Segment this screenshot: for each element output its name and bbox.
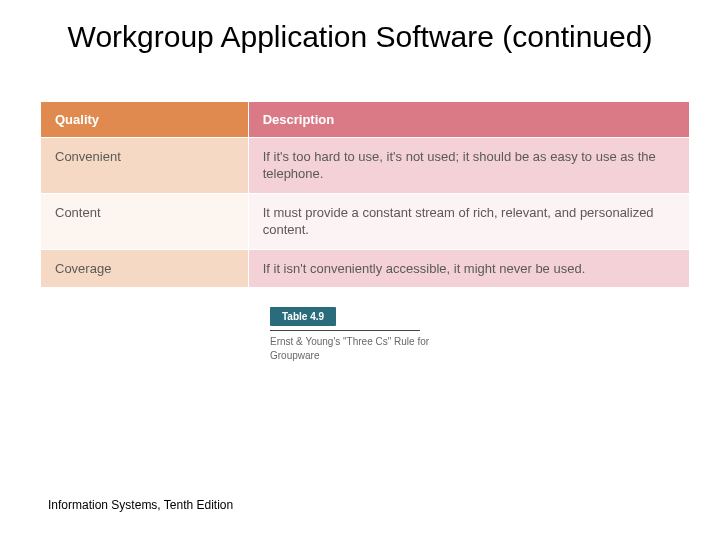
cell-quality: Convenient bbox=[41, 137, 249, 193]
table-row: Convenient If it's too hard to use, it's… bbox=[41, 137, 690, 193]
header-description: Description bbox=[248, 101, 689, 137]
cell-description: It must provide a constant stream of ric… bbox=[248, 193, 689, 249]
header-quality: Quality bbox=[41, 101, 249, 137]
caption-text: Ernst & Young's "Three Cs" Rule for Grou… bbox=[270, 335, 450, 362]
cell-description: If it isn't conveniently accessible, it … bbox=[248, 249, 689, 288]
cell-quality: Coverage bbox=[41, 249, 249, 288]
table-row: Content It must provide a constant strea… bbox=[41, 193, 690, 249]
caption-divider bbox=[270, 330, 420, 331]
cell-description: If it's too hard to use, it's not used; … bbox=[248, 137, 689, 193]
qualities-table-container: Quality Description Convenient If it's t… bbox=[40, 101, 690, 289]
page-title: Workgroup Application Software (continue… bbox=[0, 0, 720, 66]
table-number-badge: Table 4.9 bbox=[270, 307, 336, 326]
table-row: Coverage If it isn't conveniently access… bbox=[41, 249, 690, 288]
table-caption: Table 4.9 Ernst & Young's "Three Cs" Rul… bbox=[270, 306, 450, 362]
footer-text: Information Systems, Tenth Edition bbox=[48, 498, 233, 512]
qualities-table: Quality Description Convenient If it's t… bbox=[40, 101, 690, 289]
cell-quality: Content bbox=[41, 193, 249, 249]
